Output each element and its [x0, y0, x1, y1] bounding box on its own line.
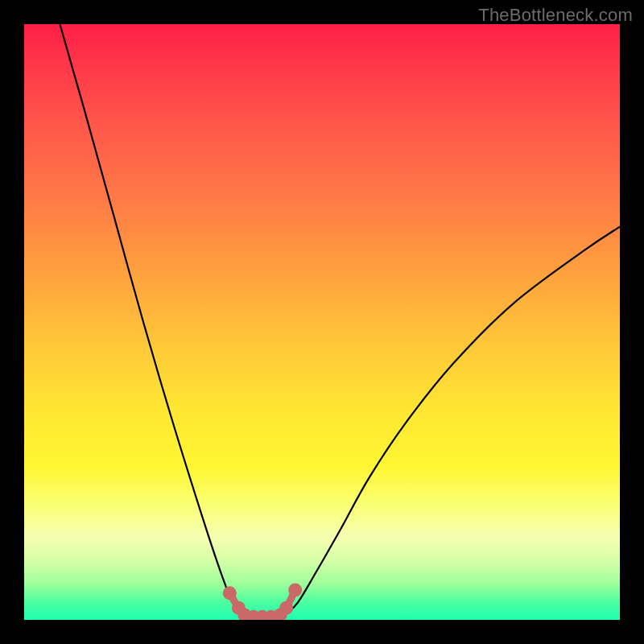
valley-dot [288, 584, 302, 597]
curve-left [60, 24, 244, 614]
chart-svg [24, 24, 620, 620]
watermark-text: TheBottleneck.com [478, 5, 633, 26]
plot-area [24, 24, 620, 620]
chart-frame: TheBottleneck.com [0, 0, 644, 644]
valley-dot [223, 586, 237, 600]
curve-right [287, 227, 620, 614]
valley-dot [279, 601, 293, 615]
